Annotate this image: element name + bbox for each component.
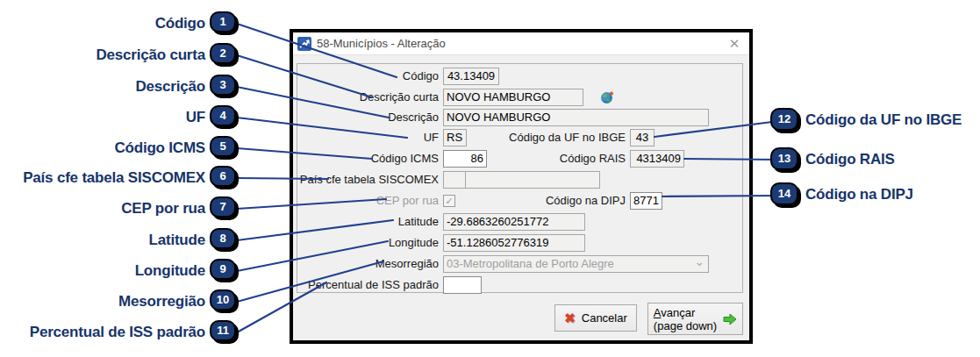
descricao-curta-label: Descrição curta: [293, 89, 439, 106]
annotation-label-cep-por-rua: CEP por rua: [0, 199, 205, 218]
annotation-badge-14: 14: [770, 182, 798, 205]
uf-field[interactable]: RS: [443, 129, 467, 146]
pais-siscomex-label: País cfe tabela SISCOMEX: [293, 171, 439, 189]
mesorregiao-dropdown[interactable]: 03-Metropolitana de Porto Alegre ⌄: [443, 255, 709, 273]
annotation-badge-4: 4: [210, 105, 236, 126]
codigo-label: Código: [293, 68, 439, 85]
mesorregiao-value: 03-Metropolitana de Porto Alegre: [447, 257, 614, 270]
annotation-label-pais-siscomex: País cfe tabela SISCOMEX: [0, 168, 205, 188]
app-icon: [297, 37, 311, 51]
annotation-label-descricao-curta: Descrição curta: [0, 46, 205, 65]
annotation-label-codigo: Código: [0, 14, 205, 33]
checkbox-check-icon: ✓: [445, 196, 453, 206]
codigo-rais-label: Código RAIS: [469, 150, 626, 168]
annotation-label-mesorregiao: Mesorregião: [0, 292, 205, 311]
annotation-badge-13: 13: [770, 147, 798, 170]
longitude-label: Longitude: [293, 234, 439, 252]
arrow-right-icon: [723, 313, 737, 325]
annotation-label-descricao: Descrição: [0, 77, 205, 96]
mesorregiao-label: Mesorregião: [293, 255, 439, 273]
descricao-curta-field[interactable]: NOVO HAMBURGO: [443, 89, 583, 106]
uf-label: UF: [293, 129, 439, 146]
annotation-badge-6: 6: [210, 166, 236, 187]
annotation-label-codigo-rais: Código RAIS: [805, 150, 976, 169]
annotation-label-codigo-dipj: Código na DIPJ: [805, 185, 976, 204]
annotation-label-uf: UF: [0, 108, 205, 127]
chevron-down-icon: ⌄: [694, 255, 705, 269]
percentual-iss-field[interactable]: [443, 276, 482, 294]
codigo-icms-label: Código ICMS: [293, 150, 439, 168]
pais-siscomex-code-field[interactable]: [443, 171, 466, 189]
dialog-municipios-alteracao: 58-Municípios - Alteração ✕ Código 43.13…: [290, 29, 753, 344]
annotation-badge-10: 10: [210, 289, 236, 311]
dialog-body: Código 43.13409 Descrição curta NOVO HAM…: [293, 56, 749, 340]
codigo-uf-ibge-label: Código da UF no IBGE: [469, 129, 626, 146]
cep-por-rua-checkbox[interactable]: ✓: [443, 195, 455, 207]
codigo-uf-ibge-field[interactable]: 43: [630, 129, 655, 146]
screenshot-canvas: 58-Municípios - Alteração ✕ Código 43.13…: [0, 0, 980, 357]
latitude-field[interactable]: -29.6863260251772: [443, 213, 585, 231]
next-button[interactable]: Avançar (page down): [647, 303, 743, 335]
codigo-field[interactable]: 43.13409: [443, 68, 499, 85]
cancel-button[interactable]: ✖ Cancelar: [554, 304, 637, 332]
annotation-badge-3: 3: [210, 75, 236, 96]
cancel-button-label: Cancelar: [582, 311, 627, 325]
globe-icon[interactable]: [600, 90, 614, 104]
close-icon[interactable]: ✕: [725, 35, 744, 53]
codigo-dipj-label: Código na DIPJ: [469, 192, 626, 210]
annotation-label-codigo-icms: Código ICMS: [0, 139, 205, 158]
percentual-iss-label: Percentual de ISS padrão: [293, 276, 439, 294]
annotation-badge-7: 7: [210, 196, 236, 218]
annotation-badge-5: 5: [210, 136, 236, 157]
codigo-rais-field[interactable]: 4313409: [630, 150, 684, 168]
cancel-x-icon: ✖: [564, 311, 576, 326]
annotation-badge-9: 9: [210, 259, 236, 280]
annotation-label-percentual-iss: Percentual de ISS padrão: [0, 323, 205, 342]
annotation-badge-1: 1: [210, 11, 236, 32]
annotation-badge-12: 12: [770, 108, 798, 131]
codigo-dipj-field[interactable]: 8771: [630, 192, 662, 210]
annotation-label-codigo-uf-ibge: Código da UF no IBGE: [805, 111, 976, 130]
annotation-badge-2: 2: [210, 43, 236, 64]
annotation-badge-11: 11: [210, 320, 236, 341]
next-button-label: Avançar (page down): [654, 306, 717, 332]
descricao-field[interactable]: NOVO HAMBURGO: [443, 109, 709, 126]
pais-siscomex-desc-field[interactable]: [465, 171, 600, 189]
descricao-label: Descrição: [293, 109, 439, 126]
latitude-label: Latitude: [293, 213, 439, 231]
titlebar[interactable]: 58-Municípios - Alteração ✕: [293, 32, 749, 55]
cep-por-rua-label: CEP por rua: [293, 192, 439, 210]
annotation-label-latitude: Latitude: [0, 231, 205, 250]
longitude-field[interactable]: -51.1286052776319: [443, 234, 585, 252]
window-title: 58-Municípios - Alteração: [317, 37, 446, 50]
annotation-badge-8: 8: [210, 228, 236, 249]
annotation-label-longitude: Longitude: [0, 261, 205, 281]
